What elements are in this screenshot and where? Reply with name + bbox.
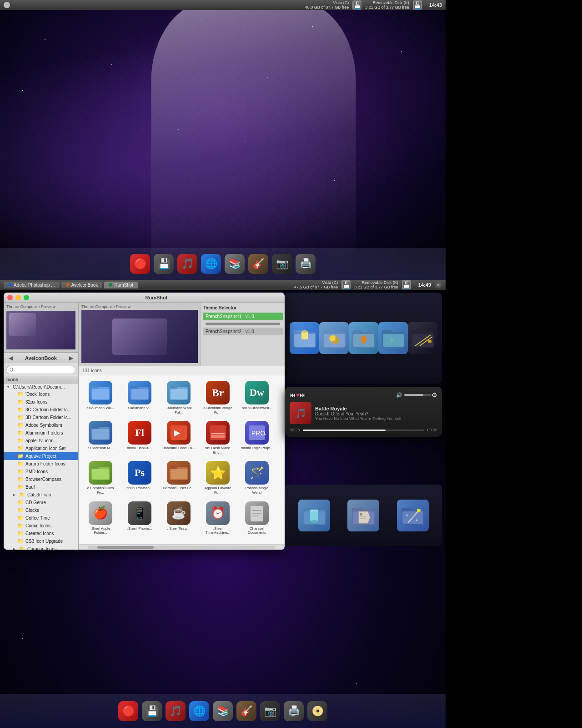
grid-item-oliva[interactable]: o Barontini Oliva Fo... — [82, 459, 119, 496]
folder-icon-coins[interactable] — [319, 322, 349, 354]
list-item-comic[interactable]: 📁 Comic Icons — [4, 522, 78, 530]
list-item-coffee[interactable]: 📁 Coffee Time — [4, 514, 78, 522]
settings-button[interactable]: ⚙ — [431, 391, 437, 399]
dock-icon-3[interactable]: 🌐 — [201, 254, 221, 274]
bottom-dock-icon-7[interactable]: 🖨️ — [284, 701, 304, 721]
grid-item-finalcut[interactable]: Fl ontini FinalCu... — [121, 419, 158, 456]
list-item-created[interactable]: 📁 Created Icons — [4, 530, 78, 537]
list-item-aquave[interactable]: 📁 Aquave Project — [4, 452, 78, 460]
nav-arrow-left[interactable]: ◀ — [7, 354, 14, 362]
grid-item-extension[interactable]: : Extension M... — [82, 419, 119, 456]
list-item-appletv[interactable]: 📁 apple_tv_icon... — [4, 437, 78, 445]
folder-icon-tag[interactable] — [347, 500, 379, 531]
bottom-dock-icon-0[interactable]: 🔴 — [118, 701, 138, 721]
dock-icon-4[interactable]: 📚 — [225, 254, 245, 274]
volume-bar[interactable] — [404, 394, 431, 396]
next-button[interactable]: ⏭ — [300, 391, 306, 399]
grid-item-baumann-v[interactable]: t Baumann V... — [121, 379, 158, 416]
grid-item-magic[interactable]: 🪄 Ponson Magic Wand — [239, 459, 275, 496]
rumshot-window: RumShot Theme Composite Preview ◀ AveIco… — [4, 293, 285, 550]
bottom-scrollbar[interactable] — [79, 544, 285, 550]
bottom-dock-icon-2[interactable]: 🎵 — [166, 701, 186, 721]
icon-thumb-0 — [89, 381, 112, 404]
grid-item-user[interactable]: Barontini User Fc... — [161, 459, 197, 496]
drive-k-widget: Removable Disk (K) 3.21 GB of 3.77 GB fr… — [365, 0, 409, 10]
progress-bar[interactable] — [303, 430, 425, 431]
bottom-dock-icon-4[interactable]: 📚 — [213, 701, 233, 721]
icon-label-3: o Barontini Bridge Fo... — [201, 406, 234, 415]
dock-icon-7[interactable]: 🖨️ — [296, 254, 316, 274]
folder-icon-magic[interactable]: ✦ ✦ — [397, 500, 429, 531]
list-item-browser[interactable]: 📁 BrowserCompass — [4, 475, 78, 483]
theme-item-0[interactable]: FrenchSnapshot1 - v1.0 — [203, 313, 283, 320]
grid-item-baumann-work[interactable]: .Baumann Work Fol... — [161, 379, 197, 416]
list-item-application[interactable]: 📁 Application Icon Set — [4, 445, 78, 452]
dock-icon-1[interactable]: 💾 — [154, 254, 174, 274]
close-button[interactable] — [7, 295, 13, 300]
svg-rect-36 — [91, 426, 99, 429]
prev-button[interactable]: ⏮ — [290, 391, 296, 399]
bottom-dock-icon-6[interactable]: 📷 — [260, 701, 280, 721]
list-item-aluminium[interactable]: 📁 Aluminium Folders — [4, 429, 78, 437]
dock-icon-2[interactable]: 🎵 — [177, 254, 197, 274]
time-current: 02:28 — [290, 428, 300, 432]
scrollbar-thumb[interactable] — [97, 546, 154, 549]
grid-item-flashvideo[interactable]: tini Flash Video Enc... — [200, 419, 236, 456]
list-item-dock[interactable]: 📁 'Dock' Icons — [4, 390, 78, 398]
folder-icon-download[interactable] — [349, 322, 378, 354]
apple-menu-icon[interactable] — [4, 2, 10, 8]
grid-item-dreamweaver[interactable]: Dw ontini Dreamwea... — [239, 379, 275, 416]
list-item-cs3[interactable]: 📁 CS3 Icon Upgrade — [4, 537, 78, 545]
tab-rumshot[interactable]: RumShot — [104, 282, 138, 288]
folder-icon-dark[interactable] — [408, 322, 437, 354]
maximize-button[interactable] — [24, 295, 29, 300]
bottom-dock-icon-5[interactable]: 🎸 — [236, 701, 256, 721]
folder-icon: 📁 — [17, 430, 24, 436]
grid-item-tea[interactable]: ☕ :-Steel Tea.p... — [161, 500, 197, 537]
grid-item-flash[interactable]: ▶ Barontini Flash Fo... — [161, 419, 197, 456]
bottom-dock-icon-3[interactable]: 🌐 — [189, 701, 209, 721]
list-item-curacao[interactable]: ▶ 📁 Curaçao Icons — [4, 545, 78, 550]
list-item-aurora[interactable]: 📁 Aurora Folder Icons — [4, 460, 78, 468]
tab-photoshop[interactable]: Adobe Photoshop ... — [4, 282, 60, 288]
folder-icon-blue[interactable] — [290, 322, 319, 354]
grid-item-iphone[interactable]: 📱 .Steel iPhone... — [121, 500, 158, 537]
bottom-dock-icon-1[interactable]: 💾 — [142, 701, 162, 721]
folder-icon-music[interactable]: ♪ — [378, 322, 408, 354]
like-button[interactable]: ♥ — [296, 391, 300, 399]
scrollbar-track[interactable] — [88, 546, 276, 549]
grid-item-apple-folder[interactable]: 🍎 .Steel Apple Folder... — [82, 500, 119, 537]
folder-icon: 📁 — [17, 461, 24, 467]
list-item-adobe[interactable]: 📁 Adobe Symbolism — [4, 421, 78, 429]
list-item-32px[interactable]: 📁 32px Icons — [4, 398, 78, 406]
tab-aveiconbook[interactable]: AveIconBook — [61, 282, 103, 288]
list-item-bmd[interactable]: 📁 BMD Icons — [4, 468, 78, 475]
grid-item-photoshop[interactable]: Ps rintini Photosh... — [121, 459, 158, 496]
grid-item-timemachine[interactable]: ⏰ .Steel TimeMachine... — [200, 500, 236, 537]
list-item-cats[interactable]: ▶ 📁 Cats3n_win — [4, 491, 78, 499]
dock-icon-5[interactable]: 🎸 — [248, 254, 268, 274]
grid-item-baumann-w[interactable]: : Baumann Wa... — [82, 379, 119, 416]
list-item-label: C:\Users\Robert\Docum... — [13, 384, 65, 389]
grid-item-bridge[interactable]: Br o Barontini Bridge Fo... — [200, 379, 236, 416]
nav-arrow-right[interactable]: ▶ — [68, 354, 75, 362]
search-input[interactable] — [6, 366, 75, 374]
grid-item-logic[interactable]: PROJECT rontini Logic Proje... — [239, 419, 275, 456]
list-item-root[interactable]: ▼ C:\Users\Robert\Docum... — [4, 384, 78, 390]
list-item-clocks[interactable]: 📁 Clocks — [4, 506, 78, 514]
bottom-drive-c-label: Vista (C) — [294, 280, 338, 285]
bottom-dock-icon-8[interactable]: 📀 — [307, 701, 327, 721]
list-item-cd[interactable]: 📁 CD Genre — [4, 499, 78, 506]
list-item-3c[interactable]: 📁 3C Cartoon Folder Ic... — [4, 406, 78, 414]
dock-icon-0[interactable]: 🔴 — [130, 254, 150, 274]
grid-item-documents[interactable]: Charavel Documents — [239, 500, 275, 537]
list-item-3d[interactable]: 📁 3D Cartoon Folder Ic... — [4, 414, 78, 421]
list-item-buuf[interactable]: 📁 Buuf — [4, 483, 78, 491]
theme-item-1[interactable]: FrenchSnapshot2 - v1.0 — [203, 328, 283, 335]
clock-time: 14:43 — [429, 2, 442, 8]
minimize-button[interactable] — [15, 295, 21, 300]
folder-icon-drink[interactable] — [298, 500, 330, 531]
dock-icon-6[interactable]: 📷 — [272, 254, 292, 274]
grid-item-favorite[interactable]: ⭐ Aggoun Favorite Fo... — [200, 459, 236, 496]
close-button-top[interactable]: ✕ — [435, 281, 442, 288]
